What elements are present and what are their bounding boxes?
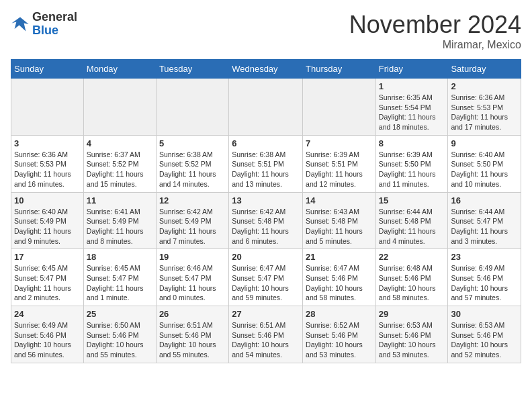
day-number: 11 bbox=[87, 195, 153, 205]
table-row: 16Sunrise: 6:44 AM Sunset: 5:47 PM Dayli… bbox=[448, 192, 521, 249]
table-row: 8Sunrise: 6:39 AM Sunset: 5:50 PM Daylig… bbox=[375, 135, 448, 192]
day-number: 3 bbox=[14, 138, 81, 148]
day-info: Sunrise: 6:44 AM Sunset: 5:47 PM Dayligh… bbox=[451, 207, 518, 246]
header-friday: Friday bbox=[375, 60, 448, 79]
logo-bird-icon bbox=[11, 15, 30, 34]
day-info: Sunrise: 6:35 AM Sunset: 5:54 PM Dayligh… bbox=[379, 93, 445, 132]
table-row: 19Sunrise: 6:46 AM Sunset: 5:47 PM Dayli… bbox=[156, 249, 228, 306]
table-row: 13Sunrise: 6:42 AM Sunset: 5:48 PM Dayli… bbox=[229, 192, 303, 249]
table-row: 6Sunrise: 6:38 AM Sunset: 5:51 PM Daylig… bbox=[229, 135, 303, 192]
day-number: 20 bbox=[232, 252, 300, 262]
day-number: 17 bbox=[14, 252, 81, 262]
day-number: 15 bbox=[379, 195, 445, 205]
day-info: Sunrise: 6:36 AM Sunset: 5:53 PM Dayligh… bbox=[451, 93, 518, 132]
day-info: Sunrise: 6:37 AM Sunset: 5:52 PM Dayligh… bbox=[87, 150, 153, 189]
day-info: Sunrise: 6:40 AM Sunset: 5:50 PM Dayligh… bbox=[451, 150, 518, 189]
calendar-header-row: Sunday Monday Tuesday Wednesday Thursday… bbox=[11, 60, 521, 79]
day-info: Sunrise: 6:52 AM Sunset: 5:46 PM Dayligh… bbox=[306, 320, 373, 360]
table-row: 21Sunrise: 6:47 AM Sunset: 5:46 PM Dayli… bbox=[303, 249, 376, 306]
table-row: 12Sunrise: 6:42 AM Sunset: 5:49 PM Dayli… bbox=[156, 192, 228, 249]
logo-text: General Blue bbox=[32, 11, 77, 38]
table-row: 24Sunrise: 6:49 AM Sunset: 5:46 PM Dayli… bbox=[11, 306, 84, 363]
day-info: Sunrise: 6:51 AM Sunset: 5:46 PM Dayligh… bbox=[232, 320, 300, 360]
day-info: Sunrise: 6:49 AM Sunset: 5:46 PM Dayligh… bbox=[451, 263, 518, 303]
table-row: 1Sunrise: 6:35 AM Sunset: 5:54 PM Daylig… bbox=[375, 79, 448, 136]
header-monday: Monday bbox=[83, 60, 156, 79]
day-number: 6 bbox=[232, 138, 300, 148]
day-number: 13 bbox=[232, 195, 300, 205]
table-row: 27Sunrise: 6:51 AM Sunset: 5:46 PM Dayli… bbox=[229, 306, 303, 363]
day-number: 19 bbox=[159, 252, 226, 262]
day-info: Sunrise: 6:45 AM Sunset: 5:47 PM Dayligh… bbox=[87, 263, 153, 303]
day-number: 10 bbox=[14, 195, 81, 205]
day-info: Sunrise: 6:43 AM Sunset: 5:48 PM Dayligh… bbox=[306, 207, 373, 246]
day-number: 16 bbox=[451, 195, 518, 205]
table-row: 20Sunrise: 6:47 AM Sunset: 5:47 PM Dayli… bbox=[229, 249, 303, 306]
table-row: 18Sunrise: 6:45 AM Sunset: 5:47 PM Dayli… bbox=[83, 249, 156, 306]
table-row: 22Sunrise: 6:48 AM Sunset: 5:46 PM Dayli… bbox=[375, 249, 448, 306]
day-number: 26 bbox=[159, 309, 226, 319]
day-info: Sunrise: 6:53 AM Sunset: 5:46 PM Dayligh… bbox=[451, 320, 518, 360]
day-info: Sunrise: 6:42 AM Sunset: 5:49 PM Dayligh… bbox=[159, 207, 226, 246]
calendar-week-row: 3Sunrise: 6:36 AM Sunset: 5:53 PM Daylig… bbox=[11, 135, 521, 192]
calendar-week-row: 24Sunrise: 6:49 AM Sunset: 5:46 PM Dayli… bbox=[11, 306, 521, 363]
day-number: 28 bbox=[306, 309, 373, 319]
table-row: 5Sunrise: 6:38 AM Sunset: 5:52 PM Daylig… bbox=[156, 135, 228, 192]
svg-marker-0 bbox=[11, 17, 28, 31]
table-row: 28Sunrise: 6:52 AM Sunset: 5:46 PM Dayli… bbox=[303, 306, 376, 363]
day-info: Sunrise: 6:49 AM Sunset: 5:46 PM Dayligh… bbox=[14, 320, 81, 360]
logo: General Blue bbox=[11, 11, 77, 38]
day-info: Sunrise: 6:42 AM Sunset: 5:48 PM Dayligh… bbox=[232, 207, 300, 246]
day-number: 24 bbox=[14, 309, 81, 319]
day-info: Sunrise: 6:47 AM Sunset: 5:46 PM Dayligh… bbox=[306, 263, 373, 303]
day-info: Sunrise: 6:40 AM Sunset: 5:49 PM Dayligh… bbox=[14, 207, 81, 246]
day-number: 30 bbox=[451, 309, 518, 319]
table-row: 30Sunrise: 6:53 AM Sunset: 5:46 PM Dayli… bbox=[448, 306, 521, 363]
day-info: Sunrise: 6:38 AM Sunset: 5:52 PM Dayligh… bbox=[159, 150, 226, 189]
day-number: 22 bbox=[379, 252, 445, 262]
table-row: 7Sunrise: 6:39 AM Sunset: 5:51 PM Daylig… bbox=[303, 135, 376, 192]
day-number: 21 bbox=[306, 252, 373, 262]
day-number: 25 bbox=[87, 309, 153, 319]
day-info: Sunrise: 6:48 AM Sunset: 5:46 PM Dayligh… bbox=[379, 263, 445, 303]
title-block: November 2024 Miramar, Mexico bbox=[349, 11, 521, 51]
table-row: 9Sunrise: 6:40 AM Sunset: 5:50 PM Daylig… bbox=[448, 135, 521, 192]
day-info: Sunrise: 6:46 AM Sunset: 5:47 PM Dayligh… bbox=[159, 263, 226, 303]
day-info: Sunrise: 6:53 AM Sunset: 5:46 PM Dayligh… bbox=[379, 320, 445, 360]
calendar-week-row: 17Sunrise: 6:45 AM Sunset: 5:47 PM Dayli… bbox=[11, 249, 521, 306]
table-row: 4Sunrise: 6:37 AM Sunset: 5:52 PM Daylig… bbox=[83, 135, 156, 192]
calendar-week-row: 10Sunrise: 6:40 AM Sunset: 5:49 PM Dayli… bbox=[11, 192, 521, 249]
day-info: Sunrise: 6:51 AM Sunset: 5:46 PM Dayligh… bbox=[159, 320, 226, 360]
day-info: Sunrise: 6:39 AM Sunset: 5:51 PM Dayligh… bbox=[306, 150, 373, 189]
day-info: Sunrise: 6:39 AM Sunset: 5:50 PM Dayligh… bbox=[379, 150, 445, 189]
table-row: 29Sunrise: 6:53 AM Sunset: 5:46 PM Dayli… bbox=[375, 306, 448, 363]
day-number: 2 bbox=[451, 81, 518, 91]
table-row bbox=[303, 79, 376, 136]
logo-blue: Blue bbox=[32, 24, 58, 37]
table-row: 23Sunrise: 6:49 AM Sunset: 5:46 PM Dayli… bbox=[448, 249, 521, 306]
day-number: 23 bbox=[451, 252, 518, 262]
header-tuesday: Tuesday bbox=[156, 60, 228, 79]
day-info: Sunrise: 6:50 AM Sunset: 5:46 PM Dayligh… bbox=[87, 320, 153, 360]
calendar-table: Sunday Monday Tuesday Wednesday Thursday… bbox=[11, 59, 521, 363]
table-row bbox=[83, 79, 156, 136]
location: Miramar, Mexico bbox=[349, 39, 521, 51]
day-info: Sunrise: 6:38 AM Sunset: 5:51 PM Dayligh… bbox=[232, 150, 300, 189]
day-number: 1 bbox=[379, 81, 445, 91]
table-row: 10Sunrise: 6:40 AM Sunset: 5:49 PM Dayli… bbox=[11, 192, 84, 249]
day-number: 8 bbox=[379, 138, 445, 148]
day-number: 5 bbox=[159, 138, 226, 148]
day-number: 9 bbox=[451, 138, 518, 148]
day-number: 7 bbox=[306, 138, 373, 148]
table-row: 3Sunrise: 6:36 AM Sunset: 5:53 PM Daylig… bbox=[11, 135, 84, 192]
calendar-week-row: 1Sunrise: 6:35 AM Sunset: 5:54 PM Daylig… bbox=[11, 79, 521, 136]
table-row bbox=[11, 79, 84, 136]
table-row: 25Sunrise: 6:50 AM Sunset: 5:46 PM Dayli… bbox=[83, 306, 156, 363]
table-row bbox=[156, 79, 228, 136]
table-row: 2Sunrise: 6:36 AM Sunset: 5:53 PM Daylig… bbox=[448, 79, 521, 136]
logo-general: General bbox=[32, 10, 77, 24]
day-number: 29 bbox=[379, 309, 445, 319]
day-number: 4 bbox=[87, 138, 153, 148]
day-info: Sunrise: 6:45 AM Sunset: 5:47 PM Dayligh… bbox=[14, 263, 81, 303]
header-wednesday: Wednesday bbox=[229, 60, 303, 79]
